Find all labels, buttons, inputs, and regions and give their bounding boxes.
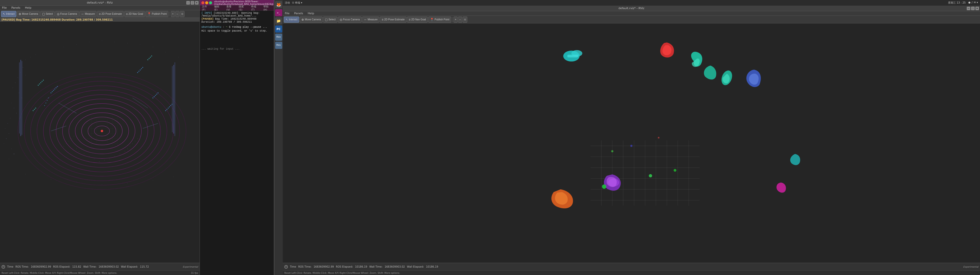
svg-point-95 xyxy=(115,156,115,156)
right-maximize-button[interactable]: □ xyxy=(971,6,975,10)
pose-estimate-button[interactable]: ≡ 2D Pose Estimate xyxy=(97,11,124,17)
svg-point-107 xyxy=(137,138,138,139)
svg-point-19 xyxy=(14,153,14,154)
dock-icon-rviz1[interactable]: RViz xyxy=(275,33,282,41)
right-menu-help[interactable]: Help xyxy=(307,12,315,15)
right-menu-panels[interactable]: Panels xyxy=(293,12,304,15)
term-menu-file[interactable]: 文件(F) xyxy=(201,5,211,11)
wall-elapsed-label: Wall Elapsed: xyxy=(121,266,138,268)
right-title: default.rviz* - RViz xyxy=(618,6,644,10)
minimize-button[interactable]: ─ xyxy=(186,1,190,5)
svg-point-162 xyxy=(602,184,606,189)
term-menu-terminal[interactable]: 终端(T) xyxy=(250,5,260,11)
close-button[interactable]: ✕ xyxy=(195,1,199,5)
right-close-button[interactable]: ✕ xyxy=(975,6,979,10)
activity-label[interactable]: 活动 xyxy=(285,1,290,5)
nav-icon: ≡ xyxy=(126,12,128,16)
right-ros-time-label: ROS Time: xyxy=(298,266,311,268)
dock-icon-files[interactable]: 📁 xyxy=(275,17,282,24)
zoom-out-button[interactable]: – xyxy=(175,11,180,17)
svg-point-112 xyxy=(51,52,51,52)
terminal-window: ubuntu@ubuntu-Precision-3650-Tower: /med… xyxy=(200,0,274,275)
svg-point-89 xyxy=(84,153,84,154)
menu-help[interactable]: Help xyxy=(24,6,32,9)
right-measure-icon: ↔ xyxy=(364,18,367,21)
right-ros-time-value: 1683609902.99 xyxy=(313,266,334,268)
term-max-btn[interactable] xyxy=(209,1,212,4)
right-select-icon: ▢ xyxy=(325,18,328,21)
right-zoom-out-button[interactable]: – xyxy=(458,17,462,23)
right-3d-viewport[interactable] xyxy=(283,24,980,263)
svg-point-47 xyxy=(141,68,142,69)
term-menu-help[interactable]: 帮助(H) xyxy=(262,5,273,11)
svg-point-62 xyxy=(40,82,41,83)
system-indicators: ● ♪ ✉ ▾ xyxy=(968,1,978,5)
publish-point-button[interactable]: 📍 Publish Point xyxy=(145,11,169,17)
svg-point-68 xyxy=(147,59,148,60)
right-focus-camera-button[interactable]: ◎ Focus Camera xyxy=(338,17,362,23)
right-experimental-badge: Experimental xyxy=(963,266,978,268)
right-nav-goal-button[interactable]: ≡ 2D Nav Goal xyxy=(407,17,428,23)
svg-point-38 xyxy=(56,87,57,89)
svg-point-11 xyxy=(16,113,17,114)
svg-point-102 xyxy=(71,138,72,139)
focus-camera-button[interactable]: ◎ Focus Camera xyxy=(55,11,79,17)
svg-point-71 xyxy=(151,55,152,57)
right-wall-time-label: Wall Time: xyxy=(369,266,383,268)
reset-view-button[interactable]: ⊙ xyxy=(180,11,185,17)
right-ros-elapsed-label: ROS Elapsed: xyxy=(336,266,353,268)
rviz-left-window: default.rviz* - RViz ─ □ ✕ File Panels H… xyxy=(0,0,200,275)
right-measure-button[interactable]: ↔ Measure xyxy=(362,17,380,23)
right-publish-point-button[interactable]: 📍 Publish Point xyxy=(428,17,451,23)
dock-icon-rviz2[interactable]: RViz xyxy=(275,42,282,49)
svg-point-20 xyxy=(9,159,9,159)
term-menu-search[interactable]: 搜索(S) xyxy=(238,5,248,11)
right-pose-estimate-button[interactable]: ≡ 2D Pose Estimate xyxy=(380,17,406,23)
rviz-right-section: 🦊 >_ 📁 PC RViz RViz 活动 ① 终端 ▾ 星期三 13：25 … xyxy=(274,0,980,275)
right-select-button[interactable]: ▢ Select xyxy=(323,17,337,23)
right-camera-icon: ⊕ xyxy=(301,18,304,21)
term-min-btn[interactable] xyxy=(205,1,208,4)
maximize-button[interactable]: □ xyxy=(191,1,194,5)
svg-point-36 xyxy=(53,90,54,91)
svg-rect-134 xyxy=(173,65,174,134)
dock-icon-terminal[interactable]: >_ xyxy=(275,9,282,16)
term-close-btn[interactable] xyxy=(201,1,204,4)
menu-file[interactable]: File xyxy=(1,6,8,9)
dock-icon-pycharm[interactable]: PC xyxy=(275,25,282,33)
dock-icon-firefox[interactable]: 🦊 xyxy=(275,1,282,8)
interact-button[interactable]: ↖ Interact xyxy=(1,11,16,17)
right-menu-file[interactable]: File xyxy=(284,12,290,15)
svg-point-129 xyxy=(153,180,153,181)
right-zoom-in-button[interactable]: + xyxy=(453,17,458,23)
right-reset-view-button[interactable]: ⊙ xyxy=(463,17,467,23)
svg-point-118 xyxy=(127,43,127,44)
menu-panels[interactable]: Panels xyxy=(10,6,21,9)
camera-move-icon: ⊕ xyxy=(19,12,21,16)
svg-point-3 xyxy=(25,75,26,75)
term-menu-edit[interactable]: 编辑(E) xyxy=(213,5,223,11)
term-menu-view[interactable]: 查看(V) xyxy=(225,5,236,11)
wall-time-value: 1683609903.02 xyxy=(99,266,119,268)
svg-point-109 xyxy=(25,60,26,60)
app-indicator[interactable]: ① 终端 ▾ xyxy=(292,1,302,5)
right-minimize-button[interactable]: ─ xyxy=(967,6,970,10)
svg-point-4 xyxy=(18,77,18,78)
svg-point-122 xyxy=(178,57,179,58)
svg-point-16 xyxy=(6,138,6,139)
svg-point-17 xyxy=(3,143,4,144)
select-button[interactable]: ▢ Select xyxy=(40,11,55,17)
terminal-content[interactable]: [ INFO] [1682315240.889]: Opening bag: /… xyxy=(200,11,274,275)
zoom-in-button[interactable]: + xyxy=(171,11,175,17)
right-wall-elapsed-value: 10186.19 xyxy=(426,266,438,268)
datetime-display: 星期三 13：25 xyxy=(948,1,966,5)
measure-button[interactable]: ↔ Measure xyxy=(80,11,97,17)
nav-goal-button[interactable]: ≡ 2D Nav Goal xyxy=(124,11,145,17)
move-camera-button[interactable]: ⊕ Move Camera xyxy=(17,11,40,17)
left-3d-viewport[interactable] xyxy=(0,22,200,263)
right-interact-button[interactable]: ↖ Interact xyxy=(284,17,299,23)
paused-status-bar: [PAUSED] Bag Time: 1682315240.889468 Dur… xyxy=(0,18,200,22)
right-move-camera-button[interactable]: ⊕ Move Camera xyxy=(300,17,323,23)
system-topbar: 活动 ① 终端 ▾ 星期三 13：25 ● ♪ ✉ ▾ xyxy=(283,0,980,6)
svg-rect-133 xyxy=(22,61,22,135)
